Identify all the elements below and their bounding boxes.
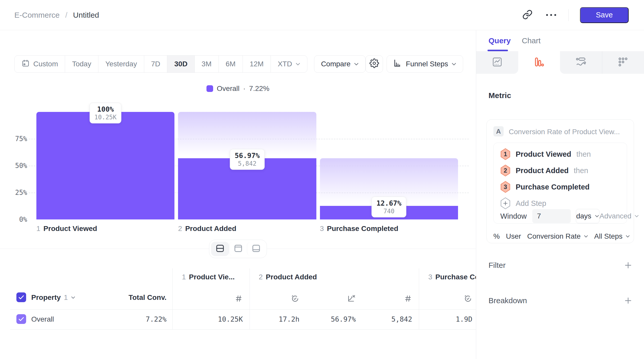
chart-settings-button[interactable] (366, 55, 383, 73)
property-select-all-checkbox[interactable] (16, 292, 26, 302)
measure-scope-dropdown[interactable]: All Steps (594, 232, 630, 240)
date-range-30d[interactable]: 30D (167, 56, 194, 72)
avg-time-icon[interactable] (248, 294, 299, 304)
tab-line-chart[interactable] (476, 51, 518, 74)
table-column-header-step1: 1 Product Vie... (182, 273, 235, 281)
window-value-input[interactable] (532, 209, 571, 223)
row-overall-checkbox[interactable] (16, 314, 26, 324)
measure-row: % User Conversion Rate All Steps (493, 232, 630, 240)
x-axis-step-label-1: 1Product Viewed (36, 225, 97, 233)
chevron-down-icon (595, 215, 599, 217)
row-step1-count: 10.25K (192, 315, 243, 323)
share-link-button[interactable] (521, 9, 534, 21)
chart-type-button[interactable]: Funnel Steps (387, 55, 463, 73)
breadcrumb-current[interactable]: Untitled (73, 11, 99, 19)
add-step-button[interactable]: Add Step (500, 197, 546, 209)
date-range-label: XTD (278, 60, 292, 68)
step-label: Product Added (266, 273, 317, 281)
line-chart-icon (492, 57, 503, 68)
bar-count: 5,842 (235, 160, 260, 167)
count-icon[interactable] (192, 294, 243, 304)
step-name: Purchase Completed (327, 225, 398, 233)
measure-entity[interactable]: User (506, 232, 521, 240)
more-options-button[interactable] (545, 9, 557, 21)
bar-count: 10.25K (94, 114, 117, 121)
metric-title[interactable]: Conversion Rate of Product View... (509, 128, 620, 136)
metric-card: A Conversion Rate of Product View... 1 P… (486, 119, 634, 243)
chevron-down-icon (584, 235, 588, 238)
row-name[interactable]: Overall (31, 315, 54, 323)
tab-chart[interactable]: Chart (522, 36, 541, 45)
bar-conversion-pct: 56.97% (235, 152, 260, 160)
date-range-today[interactable]: Today (65, 56, 98, 72)
table-row-divider (10, 329, 476, 330)
date-range-3m[interactable]: 3M (194, 56, 219, 72)
y-axis-tick-label: 25% (10, 189, 27, 196)
link-icon (522, 9, 533, 21)
add-filter-button[interactable] (624, 261, 633, 270)
funnel-chart-icon (534, 57, 544, 68)
date-range-6m[interactable]: 6M (219, 56, 243, 72)
breadcrumb: E-Commerce / Untitled (14, 11, 99, 19)
checkbox-checked-icon (16, 292, 26, 302)
date-range-7d[interactable]: 7D (144, 56, 167, 72)
tab-funnel-chart[interactable] (518, 51, 560, 74)
avg-time-icon[interactable] (421, 294, 472, 304)
table-column-header-step3: 3 Purchase Completed (428, 273, 476, 281)
funnel-step-1[interactable]: 1 Product Viewed then (500, 148, 591, 160)
legend-swatch (206, 85, 213, 92)
property-dropdown[interactable]: Property 1 (31, 293, 75, 302)
layout-split-button[interactable] (211, 242, 229, 256)
compare-button[interactable]: Compare (314, 55, 366, 73)
chevron-down-icon (626, 235, 630, 238)
table-column-header-step2: 2 Product Added (259, 273, 317, 281)
property-number: 1 (64, 293, 68, 302)
x-axis-step-label-3: 3Purchase Completed (320, 225, 398, 233)
total-conv-header: Total Conv. (110, 293, 167, 302)
advanced-label: Advanced (599, 212, 631, 220)
measure-metric-dropdown[interactable]: Conversion Rate (527, 232, 588, 240)
save-button[interactable]: Save (580, 7, 629, 23)
window-unit-dropdown[interactable]: days (576, 209, 599, 223)
funnel-bar-1[interactable] (36, 112, 174, 219)
bar-value-chip-2: 56.97%5,842 (230, 149, 265, 170)
date-range-12m[interactable]: 12M (243, 56, 271, 72)
funnel-step-3[interactable]: 3 Purchase Completed (500, 181, 595, 193)
breakdown-label: Breakdown (489, 296, 527, 305)
add-step-label: Add Step (516, 199, 546, 208)
conversion-rate-icon[interactable] (305, 294, 356, 304)
step-badge-icon: 1 (500, 148, 511, 160)
layout-toggle-group (209, 240, 267, 258)
add-breakdown-button[interactable] (624, 296, 633, 305)
step-event-name: Purchase Completed (516, 183, 589, 191)
metric-letter-chip: A (493, 126, 504, 136)
layout-chart-only-button[interactable] (229, 242, 247, 256)
legend-series-label: Overall (217, 85, 240, 93)
date-range-xtd[interactable]: XTD (271, 56, 307, 72)
funnel-step-2[interactable]: 2 Product Added then (500, 164, 588, 177)
count-icon[interactable] (361, 294, 412, 304)
layout-table-only-button[interactable] (247, 242, 265, 256)
journeys-flow-icon (575, 56, 587, 69)
bar-count: 740 (377, 208, 402, 215)
app-window: E-Commerce / Untitled Save (0, 0, 644, 359)
top-bar: E-Commerce / Untitled Save (0, 0, 644, 30)
funnel-steps-icon (393, 59, 402, 69)
y-axis-tick-label: 0% (10, 216, 27, 223)
date-range-custom[interactable]: Custom (15, 56, 65, 72)
breadcrumb-parent[interactable]: E-Commerce (14, 11, 60, 19)
advanced-dropdown[interactable]: Advanced (599, 212, 639, 220)
row-step2-count: 5,842 (361, 315, 412, 323)
tab-query[interactable]: Query (489, 36, 511, 45)
step-name: Product Viewed (44, 225, 97, 233)
x-axis-step-label-2: 2Product Added (178, 225, 236, 233)
dots-grid-icon (618, 57, 628, 68)
chart-legend[interactable]: Overall · 7.22% (0, 85, 476, 93)
chevron-down-icon (71, 296, 75, 299)
date-range-yesterday[interactable]: Yesterday (98, 56, 144, 72)
add-step-hexagon-plus-icon (500, 197, 511, 209)
step-number: 2 (259, 273, 263, 281)
tab-retention[interactable] (602, 51, 644, 74)
tab-journeys[interactable] (560, 51, 602, 74)
conversion-window-row: Window days Advanced (500, 209, 620, 223)
